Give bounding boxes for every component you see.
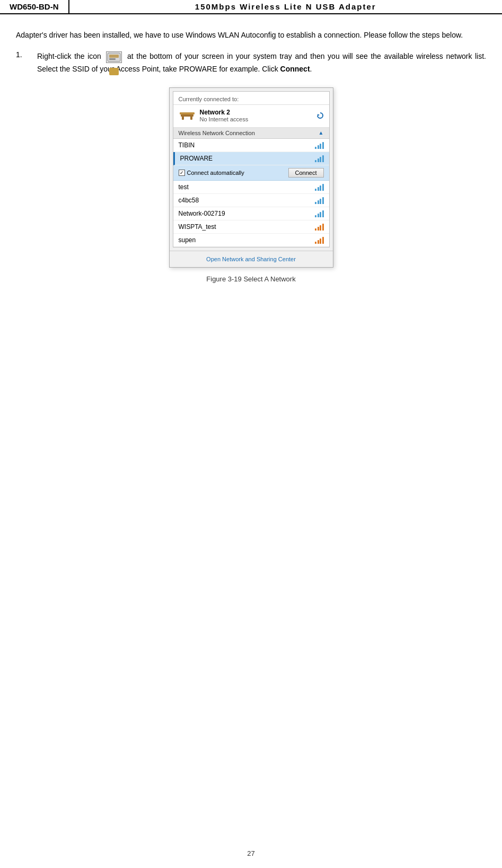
connected-info: Network 2 No Internet access <box>200 109 313 122</box>
network-bars-c4bc58 <box>315 197 324 204</box>
step-1-text-after: at the bottom of your screen in your sys… <box>37 52 486 73</box>
network-bars-002719 <box>315 210 324 217</box>
step-1-bold: Connect <box>280 65 310 73</box>
network-item-tibin[interactable]: TIBIN <box>173 139 329 152</box>
panel-bottom: Open Network and Sharing Center <box>170 251 333 267</box>
network-name-002719: Network-002719 <box>179 210 312 217</box>
system-tray-icon <box>106 51 122 63</box>
network-name-wispta: WISPTA_test <box>179 223 312 231</box>
svg-marker-7 <box>318 114 320 116</box>
wifi-panel-inner: Currently connected to: <box>173 91 330 247</box>
model-name: WD650-BD-N <box>0 0 69 13</box>
network-name-test: test <box>179 183 312 191</box>
page-header: WD650-BD-N 150Mbps Wireless Lite N USB A… <box>0 0 502 14</box>
network-name-c4bc58: c4bc58 <box>179 197 312 204</box>
refresh-icon[interactable] <box>316 112 324 119</box>
screenshot-container: Currently connected to: <box>16 87 486 268</box>
wifi-section-header: Wireless Network Connection ▲ <box>173 128 329 139</box>
step-1: 1. Right-click the icon at the bottom of… <box>16 50 486 76</box>
step-1-text-end: . <box>310 65 312 73</box>
network-item-supen[interactable]: supen <box>173 234 329 247</box>
network-item-c4bc58[interactable]: c4bc58 <box>173 194 329 207</box>
intro-paragraph: Adapter's driver has been installed, we … <box>16 29 486 41</box>
network-item-wispta[interactable]: WISPTA_test <box>173 220 329 234</box>
connected-network-icon <box>179 108 196 123</box>
open-network-sharing-link[interactable]: Open Network and Sharing Center <box>206 256 296 262</box>
collapse-arrow-icon[interactable]: ▲ <box>319 130 324 136</box>
connect-button[interactable]: Connect <box>288 168 324 178</box>
network-item-proware[interactable]: PROWARE <box>173 152 329 165</box>
connected-network-status: No Internet access <box>200 116 313 122</box>
network-name-proware: PROWARE <box>180 155 312 162</box>
network-bars-supen <box>315 236 324 244</box>
network-bars-wispta <box>315 223 324 231</box>
product-name: 150Mbps Wireless Lite N USB Adapter <box>69 0 502 13</box>
network-name-supen: supen <box>179 236 312 244</box>
svg-rect-2 <box>109 58 116 60</box>
page-content: Adapter's driver has been installed, we … <box>0 24 502 315</box>
connected-header: Currently connected to: <box>173 92 329 105</box>
step-1-text-before: Right-click the icon <box>37 52 101 60</box>
svg-rect-6 <box>180 112 195 114</box>
checkbox-box[interactable]: ✓ <box>179 170 185 176</box>
page-number: 27 <box>0 849 502 857</box>
network-item-002719[interactable]: Network-002719 <box>173 207 329 220</box>
connect-auto-checkbox[interactable]: ✓ Connect automatically <box>179 170 244 176</box>
figure-caption: Figure 3-19 Select A Network <box>16 275 486 283</box>
connected-network: Network 2 No Internet access <box>173 105 329 128</box>
connect-row: ✓ Connect automatically Connect <box>173 165 329 181</box>
network-bars-test <box>315 183 324 191</box>
connect-auto-label: Connect automatically <box>187 170 244 176</box>
page-wrapper: WD650-BD-N 150Mbps Wireless Lite N USB A… <box>0 0 502 868</box>
wifi-panel: Currently connected to: <box>169 87 333 268</box>
svg-rect-1 <box>109 55 119 58</box>
step-1-content: Right-click the icon at the bottom of yo… <box>37 50 486 76</box>
network-name-tibin: TIBIN <box>179 141 312 149</box>
connected-network-name: Network 2 <box>200 109 313 116</box>
wifi-section-label: Wireless Network Connection <box>179 130 255 136</box>
network-bars-proware <box>315 155 324 162</box>
network-item-test[interactable]: test <box>173 181 329 194</box>
network-bars-tibin <box>315 141 324 149</box>
step-number-1: 1. <box>16 50 37 76</box>
